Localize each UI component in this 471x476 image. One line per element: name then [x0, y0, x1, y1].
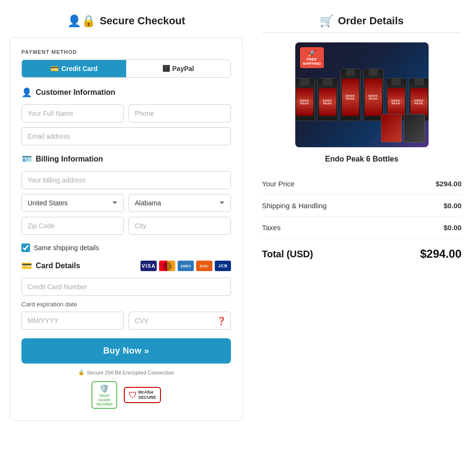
cvv-wrapper: ❓ — [129, 312, 231, 330]
cart-icon: 🛒 — [320, 14, 334, 28]
tab-credit-card[interactable]: 💳 Credit Card — [22, 60, 126, 77]
card-logos: VISA ⬤ AMEX DISC JCB — [140, 261, 231, 271]
bottle-3: ENDOPEAK — [340, 69, 361, 121]
product-bottles: ENDOPEAK ENDOPEAK ENDOPEAK ENDOPEAK ENDO… — [295, 69, 429, 121]
card-icon: 💳 — [21, 261, 32, 271]
card-number-input[interactable] — [21, 278, 231, 296]
address-row — [21, 171, 231, 189]
billing-icon: 🪪 — [21, 154, 32, 164]
expiry-label: Card expiration date — [21, 301, 231, 308]
customer-header: 👤 Customer Information — [21, 87, 231, 98]
book-2 — [404, 114, 425, 142]
state-select[interactable]: Alabama Alaska Arizona California — [129, 194, 231, 212]
total-value: $294.00 — [420, 247, 461, 261]
city-input[interactable] — [129, 217, 231, 235]
country-select[interactable]: United States Canada United Kingdom — [21, 194, 124, 212]
secure-text-row: 🔒 Secure 256 Bit Encrypted Connection — [21, 369, 231, 375]
cvv-help-icon[interactable]: ❓ — [217, 316, 226, 325]
buy-now-button[interactable]: Buy Now » — [21, 338, 231, 364]
your-price-label: Your Price — [262, 180, 295, 188]
full-name-input[interactable] — [21, 104, 124, 122]
country-field: United States Canada United Kingdom — [21, 194, 124, 212]
bottle-1: ENDOPEAK — [295, 78, 315, 121]
jcb-logo: JCB — [215, 261, 231, 271]
phone-field — [129, 104, 231, 122]
shipping-value: $0.00 — [443, 202, 461, 210]
country-state-row: United States Canada United Kingdom Alab… — [21, 194, 231, 212]
checkout-header: 👤🔒 Secure Checkout — [10, 14, 243, 28]
person-icon: 👤 — [21, 87, 32, 98]
taxes-label: Taxes — [262, 223, 281, 232]
product-name: Endo Peak 6 Bottles — [262, 155, 461, 163]
paypal-icon: 🅿 — [163, 65, 170, 72]
cvv-input[interactable] — [129, 312, 231, 330]
address-input[interactable] — [21, 171, 231, 189]
card-section: 💳 Card Details VISA ⬤ AMEX DISC JCB — [21, 261, 231, 330]
your-price-row: Your Price $294.00 — [262, 173, 461, 195]
phone-input[interactable] — [129, 104, 231, 122]
city-field — [129, 217, 231, 235]
left-panel: 👤🔒 Secure Checkout PAYMENT METHOD 💳 Cred… — [10, 14, 243, 462]
same-shipping-label: Same shipping details — [34, 244, 99, 252]
card-section-label: Card Details — [36, 262, 80, 270]
order-details-title: Order Details — [338, 15, 403, 27]
discover-logo: DISC — [196, 261, 212, 271]
expiry-cvv-row: ❓ — [21, 312, 231, 330]
card-sub-header: 💳 Card Details — [21, 261, 80, 271]
lock-icon: 🔒 — [78, 369, 85, 375]
your-price-value: $294.00 — [436, 180, 461, 188]
same-shipping-row: Same shipping details — [21, 243, 231, 252]
email-input[interactable] — [21, 127, 231, 145]
zip-field — [21, 217, 124, 235]
mcafee-logo: 🛡 McAfee SECURE — [129, 390, 156, 400]
shipping-label: Shipping & Handling — [262, 202, 327, 210]
product-image: 🚀 FREE SHIPPING ENDOPEAK ENDOPEAK ENDOPE… — [295, 42, 429, 147]
state-field: Alabama Alaska Arizona California — [129, 194, 231, 212]
payment-tabs: 💳 Credit Card 🅿 PayPal — [21, 60, 231, 78]
credit-card-icon: 💳 — [50, 65, 59, 72]
trust-shield-icon: 🛡️ — [100, 384, 109, 393]
same-shipping-checkbox[interactable] — [21, 243, 30, 252]
taxes-row: Taxes $0.00 — [262, 217, 461, 239]
taxes-value: $0.00 — [443, 223, 461, 232]
card-number-field — [21, 278, 231, 296]
trust-badges: 🛡️ TRUST GUARD SECURED 🛡 McAfee SECURE — [21, 381, 231, 409]
billing-section-label: Billing Information — [36, 155, 103, 163]
order-summary: Your Price $294.00 Shipping & Handling $… — [262, 173, 461, 267]
visa-logo: VISA — [140, 261, 157, 271]
full-name-field — [21, 104, 124, 122]
book-1 — [381, 114, 402, 142]
name-phone-row — [21, 104, 231, 122]
product-image-area: 🚀 FREE SHIPPING ENDOPEAK ENDOPEAK ENDOPE… — [262, 42, 461, 147]
address-field — [21, 171, 231, 189]
right-panel: 🛒 Order Details 🚀 FREE SHIPPING ENDOPEAK… — [262, 14, 461, 462]
email-field — [21, 127, 231, 145]
customer-section-label: Customer Information — [36, 88, 115, 97]
bottle-4: ENDOPEAK — [363, 69, 384, 121]
total-label: Total (USD) — [262, 249, 313, 260]
amex-logo: AMEX — [178, 261, 194, 271]
secure-text: Secure 256 Bit Encrypted Connection — [87, 370, 174, 375]
expiry-input[interactable] — [21, 312, 124, 330]
card-number-row — [21, 278, 231, 296]
bonus-books — [381, 114, 425, 142]
payment-method-label: PAYMENT METHOD — [21, 49, 231, 55]
card-details-header: 💳 Card Details VISA ⬤ AMEX DISC JCB — [21, 261, 231, 271]
cvv-field: ❓ — [129, 312, 231, 330]
tab-paypal[interactable]: 🅿 PayPal — [126, 60, 230, 77]
trust-guard-badge: 🛡️ TRUST GUARD SECURED — [91, 381, 117, 409]
checkout-card: PAYMENT METHOD 💳 Credit Card 🅿 PayPal 👤 … — [10, 37, 243, 421]
zip-input[interactable] — [21, 217, 124, 235]
bottle-2: ENDOPEAK — [317, 78, 338, 121]
billing-section: 🪪 Billing Information United States Cana… — [21, 154, 231, 235]
zip-city-row — [21, 217, 231, 235]
checkout-title: Secure Checkout — [100, 15, 185, 27]
lock-person-icon: 👤🔒 — [67, 14, 96, 28]
customer-section: 👤 Customer Information — [21, 87, 231, 145]
mcafee-badge: 🛡 McAfee SECURE — [124, 387, 161, 403]
order-details-header: 🛒 Order Details — [262, 14, 461, 33]
page-container: 👤🔒 Secure Checkout PAYMENT METHOD 💳 Cred… — [0, 0, 471, 476]
billing-header: 🪪 Billing Information — [21, 154, 231, 164]
email-row — [21, 127, 231, 145]
free-shipping-badge: 🚀 FREE SHIPPING — [300, 47, 324, 68]
